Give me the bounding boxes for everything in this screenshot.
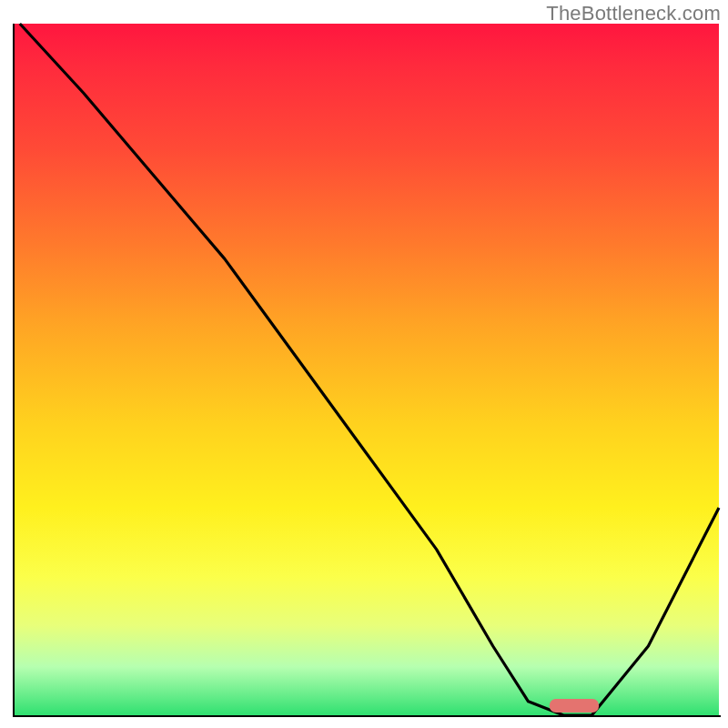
chart-container: { "watermark": "TheBottleneck.com", "cha… (0, 0, 728, 728)
bottleneck-curve (20, 24, 719, 715)
optimal-marker (550, 699, 599, 713)
plot-area (13, 24, 719, 715)
watermark-text: TheBottleneck.com (546, 2, 721, 25)
line-series (13, 24, 719, 715)
